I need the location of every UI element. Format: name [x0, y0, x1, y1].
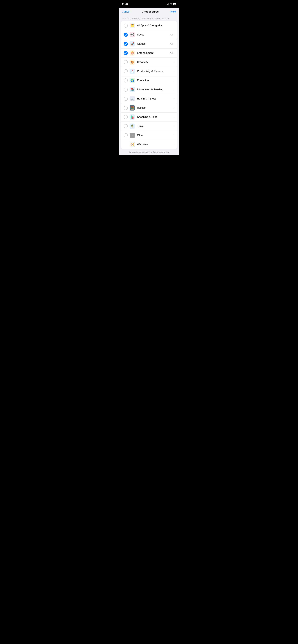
chevron-icon-productivity: › — [174, 70, 174, 72]
item-content-social: SocialAll› — [137, 33, 174, 36]
item-content-other: Other› — [137, 134, 174, 137]
item-right-health: › — [174, 98, 174, 100]
status-bar: 11:47 86 — [119, 0, 179, 8]
checkbox-education[interactable] — [124, 78, 128, 82]
section-header: MOST USED APPS, CATEGORIES, AND WEBSITES — [119, 15, 179, 21]
checkbox-utilities[interactable] — [124, 106, 128, 110]
checkbox-creativity[interactable] — [124, 60, 128, 64]
item-right-websites: › — [174, 143, 174, 146]
item-label-health: Health & Fitness — [137, 97, 157, 100]
list-item-travel[interactable]: 🌴Travel› — [121, 122, 177, 131]
item-label-productivity: Productivity & Finance — [137, 70, 163, 73]
icon-all-apps: 🗂️ — [130, 23, 135, 28]
item-label-education: Education — [137, 79, 149, 82]
chevron-icon-health: › — [174, 98, 174, 100]
item-all-text-games: All — [170, 42, 173, 45]
item-right-utilities: › — [174, 107, 174, 109]
icon-health: 🚲 — [130, 96, 135, 101]
icon-other: ··· — [130, 133, 135, 138]
checkbox-information[interactable] — [124, 88, 128, 92]
list-item-productivity[interactable]: 📩Productivity & Finance› — [121, 67, 177, 76]
icon-utilities: 🧮 — [130, 105, 135, 110]
item-label-all-apps: All Apps & Categories — [137, 24, 163, 27]
list-item-information[interactable]: 📚Information & Reading› — [121, 85, 177, 94]
item-right-productivity: › — [174, 70, 174, 72]
item-right-travel: › — [174, 125, 174, 128]
item-content-productivity: Productivity & Finance› — [137, 70, 174, 73]
item-content-travel: Travel› — [137, 124, 174, 128]
battery-icon: 86 — [173, 3, 176, 6]
status-time: 11:47 — [122, 3, 128, 6]
signal-bars-icon — [166, 4, 169, 5]
icon-productivity: 📩 — [130, 69, 135, 74]
checkbox-social[interactable] — [124, 33, 128, 37]
item-label-social: Social — [137, 33, 144, 36]
checkbox-games[interactable] — [124, 42, 128, 46]
list-item-health[interactable]: 🚲Health & Fitness› — [121, 94, 177, 104]
checkbox-all-apps[interactable] — [124, 24, 128, 28]
list-item-games[interactable]: 🚀GamesAll› — [121, 39, 177, 48]
item-content-all-apps: All Apps & Categories — [137, 24, 174, 27]
chevron-icon-utilities: › — [174, 107, 174, 109]
list-item-utilities[interactable]: 🧮Utilities› — [121, 104, 177, 112]
next-button[interactable]: Next — [171, 10, 176, 13]
list-item-shopping[interactable]: 🛍️Shopping & Food› — [121, 112, 177, 122]
checkbox-health[interactable] — [124, 97, 128, 101]
item-content-utilities: Utilities› — [137, 106, 174, 110]
chevron-icon-shopping: › — [174, 116, 174, 118]
chevron-icon-education: › — [174, 79, 174, 82]
icon-social: 💬 — [130, 32, 135, 37]
icon-travel: 🌴 — [130, 124, 135, 129]
chevron-icon-games: › — [174, 42, 174, 45]
icon-websites: 🧭 — [130, 142, 135, 147]
list-item-creativity[interactable]: 🎨Creativity› — [121, 58, 177, 67]
item-label-entertainment: Entertainment — [137, 52, 154, 54]
category-list: 🗂️All Apps & Categories💬SocialAll›🚀Games… — [121, 21, 177, 149]
checkbox-productivity[interactable] — [124, 69, 128, 73]
status-icons: 86 — [166, 3, 176, 6]
list-item-all-apps[interactable]: 🗂️All Apps & Categories — [121, 21, 177, 30]
chevron-icon-websites: › — [174, 143, 174, 146]
item-right-shopping: › — [174, 116, 174, 118]
checkbox-other[interactable] — [124, 133, 128, 137]
item-content-entertainment: EntertainmentAll› — [137, 52, 174, 54]
item-label-travel: Travel — [137, 124, 144, 128]
chevron-icon-other: › — [174, 134, 174, 136]
item-right-entertainment: All› — [170, 52, 174, 54]
icon-shopping: 🛍️ — [130, 114, 135, 120]
chevron-icon-information: › — [174, 88, 174, 91]
item-all-text-entertainment: All — [170, 52, 173, 54]
item-content-games: GamesAll› — [137, 42, 174, 46]
page-title: Choose Apps — [142, 10, 159, 13]
list-item-websites[interactable]: 🧭Websites› — [121, 140, 177, 149]
chevron-icon-creativity: › — [174, 61, 174, 64]
item-content-education: Education› — [137, 79, 174, 82]
item-content-creativity: Creativity› — [137, 60, 174, 64]
cancel-button[interactable]: Cancel — [122, 10, 130, 13]
icon-entertainment: 🍿 — [130, 50, 135, 56]
item-label-information: Information & Reading — [137, 88, 163, 91]
list-item-other[interactable]: ···Other› — [121, 131, 177, 140]
item-right-education: › — [174, 79, 174, 82]
item-label-websites: Websites — [137, 143, 148, 146]
item-label-games: Games — [137, 42, 145, 46]
list-item-education[interactable]: 🌍Education› — [121, 76, 177, 85]
icon-creativity: 🎨 — [130, 60, 135, 65]
chevron-icon-travel: › — [174, 125, 174, 128]
phone-frame: 11:47 86 Cancel Choose Apps Nex — [119, 0, 179, 155]
chevron-icon-entertainment: › — [174, 52, 174, 54]
item-content-health: Health & Fitness› — [137, 97, 174, 100]
nav-bar: Cancel Choose Apps Next — [119, 8, 179, 15]
checkbox-entertainment[interactable] — [124, 51, 128, 55]
list-item-entertainment[interactable]: 🍿EntertainmentAll› — [121, 48, 177, 58]
item-right-other: › — [174, 134, 174, 136]
list-item-social[interactable]: 💬SocialAll› — [121, 30, 177, 39]
item-content-shopping: Shopping & Food› — [137, 116, 174, 118]
wifi-icon — [170, 3, 172, 6]
icon-education: 🌍 — [130, 78, 135, 83]
item-label-other: Other — [137, 134, 144, 137]
checkbox-travel[interactable] — [124, 124, 128, 128]
checkbox-shopping[interactable] — [124, 115, 128, 119]
chevron-icon-social: › — [174, 34, 174, 36]
item-right-information: › — [174, 88, 174, 91]
